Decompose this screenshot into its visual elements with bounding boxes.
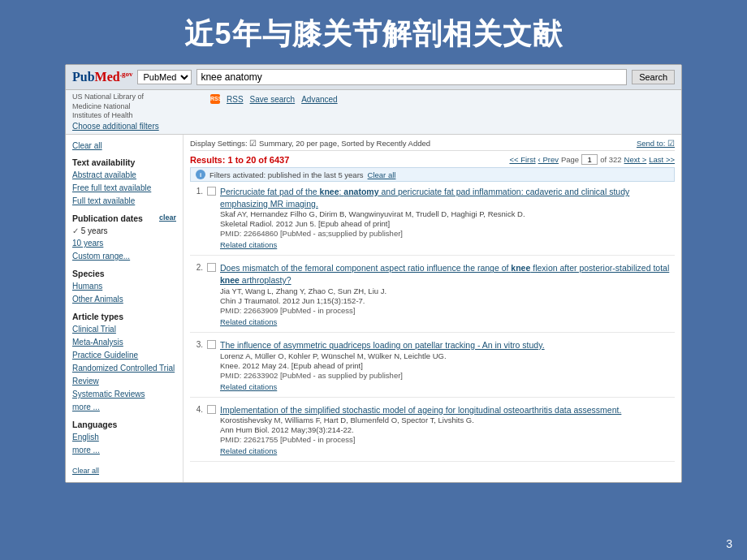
- browser-window: PubMed.gov PubMed Search US National Lib…: [65, 64, 682, 483]
- article-pmid-2: PMID: 22663909 [PubMed - in process]: [220, 306, 675, 315]
- article-entry: 2. Does mismatch of the femoral componen…: [190, 262, 675, 332]
- filter-clear-link[interactable]: Clear all: [368, 170, 396, 179]
- article-checkbox-2[interactable]: [207, 263, 216, 272]
- meta-analysis-link[interactable]: Meta-Analysis: [72, 336, 176, 349]
- ten-years-link[interactable]: 10 years: [72, 237, 176, 250]
- languages-more-link[interactable]: more ...: [72, 444, 176, 457]
- save-search-link[interactable]: Save search: [250, 95, 296, 104]
- humans-link[interactable]: Humans: [72, 280, 176, 293]
- article-checkbox-4[interactable]: [207, 405, 216, 414]
- review-link[interactable]: Review: [72, 375, 176, 388]
- advanced-link[interactable]: Advanced: [301, 95, 337, 104]
- browser-content: Clear all Text availability Abstract ava…: [66, 135, 681, 482]
- text-availability-section: Text availability: [72, 157, 176, 167]
- article-authors-2: Jia YT, Wang L, Zhang Y, Zhao C, Sun ZH,…: [220, 286, 675, 295]
- display-settings-bar: Display Settings: ☑ Summary, 20 per page…: [190, 139, 675, 151]
- custom-range-link[interactable]: Custom range...: [72, 250, 176, 263]
- rss-icon: RSS: [210, 94, 220, 104]
- pubmed-logo: PubMed.gov: [72, 70, 132, 84]
- page-number-input[interactable]: [581, 154, 598, 165]
- article-related-4[interactable]: Related citations: [220, 446, 277, 455]
- pagination: << First ‹ Prev Page of 322 Next > Last …: [509, 154, 675, 165]
- article-body-3: The influence of asymmetric quadriceps l…: [220, 339, 675, 391]
- sidebar: Clear all Text availability Abstract ava…: [66, 135, 184, 482]
- english-link[interactable]: English: [72, 431, 176, 444]
- browser-toolbar: PubMed.gov PubMed Search: [66, 65, 681, 90]
- article-types-more-link[interactable]: more ...: [72, 401, 176, 414]
- nlm-info: US National Library of Medicine National…: [72, 93, 170, 131]
- next-page-link[interactable]: Next >: [624, 155, 647, 164]
- rct-link[interactable]: Randomized Controlled Trial: [72, 362, 176, 375]
- systematic-reviews-link[interactable]: Systematic Reviews: [72, 388, 176, 401]
- clear-all-bottom-link[interactable]: Clear all: [72, 466, 176, 477]
- article-entry: 3. The influence of asymmetric quadricep…: [190, 339, 675, 398]
- article-body-2: Does mismatch of the femoral component a…: [220, 262, 675, 325]
- slide-number: 3: [726, 537, 732, 550]
- article-related-2[interactable]: Related citations: [220, 317, 277, 326]
- clinical-trial-link[interactable]: Clinical Trial: [72, 323, 176, 336]
- article-body-4: Implementation of the simplified stochas…: [220, 404, 675, 456]
- article-entry: 4. Implementation of the simplified stoc…: [190, 404, 675, 463]
- article-body-1: Pericruciate fat pad of the knee: anatom…: [220, 186, 675, 249]
- article-pmid-1: PMID: 22664860 [PubMed - as;supplied by …: [220, 229, 675, 238]
- publication-dates-clear[interactable]: clear: [159, 213, 176, 223]
- article-authors-3: Lorenz A, Müller O, Kohler P, Wünschel M…: [220, 351, 675, 360]
- free-full-text-link[interactable]: Free full text available: [72, 182, 176, 195]
- results-count: Results: 1 to 20 of 6437: [190, 155, 289, 165]
- languages-section: Languages: [72, 420, 176, 429]
- article-related-3[interactable]: Related citations: [220, 382, 277, 391]
- article-title-1[interactable]: Pericruciate fat pad of the knee: anatom…: [220, 187, 629, 209]
- filter-notice-text: Filters activated: published in the last…: [209, 170, 364, 179]
- prev-page-link[interactable]: ‹ Prev: [538, 155, 559, 164]
- article-related-1[interactable]: Related citations: [220, 240, 277, 249]
- article-authors-4: Korostishevsky M, Williams F, Hart D, Bl…: [220, 416, 675, 424]
- article-journal-2: Chin J Traumatol. 2012 Jun 1;15(3):152-7…: [220, 296, 675, 305]
- publication-dates-section: Publication dates clear: [72, 213, 176, 223]
- info-icon: i: [196, 170, 205, 179]
- send-to-link[interactable]: Send to: ☑: [637, 139, 675, 148]
- five-years-checked: 5 years: [72, 225, 176, 237]
- article-authors-1: Skaf AY, Hernandez Filho G, Dirim B, Wan…: [220, 209, 675, 218]
- article-pmid-4: PMID: 22621755 [PubMed - in process]: [220, 435, 675, 444]
- search-button[interactable]: Search: [632, 70, 675, 84]
- results-header: Results: 1 to 20 of 6437 << First ‹ Prev…: [190, 154, 675, 165]
- rss-link[interactable]: RSS: [227, 95, 244, 104]
- display-settings-label: Display Settings: ☑ Summary, 20 per page…: [190, 139, 430, 148]
- filter-notice: i Filters activated: published in the la…: [190, 167, 675, 182]
- article-title-3[interactable]: The influence of asymmetric quadriceps l…: [220, 340, 545, 350]
- article-checkbox-3[interactable]: [207, 340, 216, 349]
- search-category-select[interactable]: PubMed: [137, 70, 192, 84]
- species-section: Species: [72, 269, 176, 278]
- results-area: Display Settings: ☑ Summary, 20 per page…: [184, 135, 681, 482]
- article-title-2[interactable]: Does mismatch of the femoral component a…: [220, 263, 669, 285]
- article-checkbox-1[interactable]: [207, 187, 216, 196]
- page-title: 近5年与膝关节解剖相关文献: [0, 0, 747, 64]
- article-title-4[interactable]: Implementation of the simplified stochas…: [220, 405, 621, 415]
- article-journal-3: Knee. 2012 May 24. [Epub ahead of print]: [220, 361, 675, 370]
- last-page-link[interactable]: Last >>: [649, 155, 675, 164]
- pubmed-gov-label: .gov: [120, 70, 133, 78]
- practice-guideline-link[interactable]: Practice Guideline: [72, 349, 176, 362]
- first-page-link[interactable]: << First: [509, 155, 535, 164]
- clear-all-top-link[interactable]: Clear all: [72, 140, 176, 152]
- article-journal-4: Ann Hum Biol. 2012 May;39(3):214-22.: [220, 425, 675, 434]
- search-input[interactable]: [196, 69, 627, 85]
- abstract-available-link[interactable]: Abstract available: [72, 169, 176, 182]
- article-pmid-3: PMID: 22633902 [PubMed - as supplied by …: [220, 371, 675, 380]
- article-journal-1: Skeletal Radiol. 2012 Jun 5. [Epub ahead…: [220, 219, 675, 228]
- full-text-link[interactable]: Full text available: [72, 195, 176, 208]
- article-types-section: Article types: [72, 312, 176, 321]
- choose-filters-link[interactable]: Choose additional filters: [72, 121, 170, 131]
- article-entry: 1. Pericruciate fat pad of the knee: ana…: [190, 186, 675, 256]
- other-animals-link[interactable]: Other Animals: [72, 293, 176, 306]
